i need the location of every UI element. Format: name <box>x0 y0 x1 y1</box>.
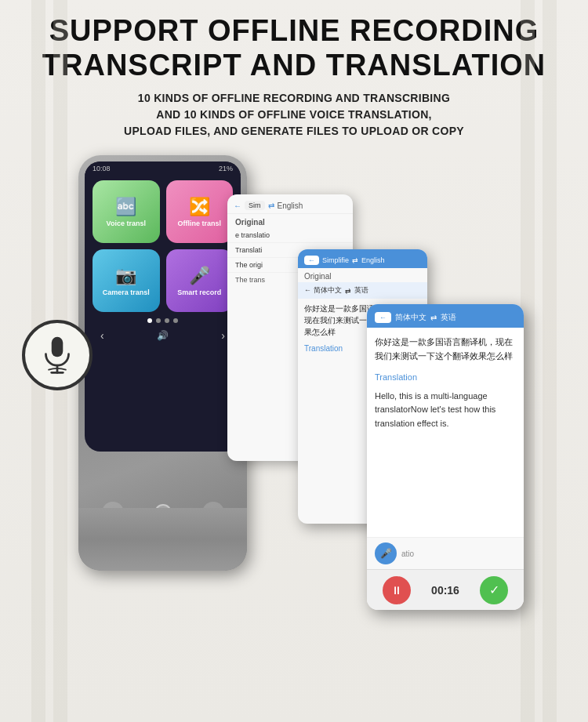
ss2-simplified: Simplifie <box>322 256 349 264</box>
ss3-chinese-text: 你好这是一款多国语言翻译机，现在我们来测试一下这个翻译效果怎么样 <box>367 328 524 369</box>
screenshot-3: ← 简体中文 ⇄ 英语 你好这是一款多国语言翻译机，现在我们来测试一下这个翻译效… <box>367 304 524 610</box>
screen-nav: ‹ 🔊 › <box>85 326 241 345</box>
ss3-atio: atio <box>401 550 414 558</box>
ss2-lang-arrow: ⇄ <box>345 287 351 295</box>
smart-icon: 🎤 <box>189 266 210 286</box>
nav-speaker[interactable]: 🔊 <box>157 330 169 341</box>
mic-circle <box>22 320 93 390</box>
dot-2 <box>156 318 161 323</box>
ss2-back: ← <box>304 256 319 265</box>
main-title: SUPPORT OFFLINE RECORDING TRANSCRIPT AND… <box>24 14 564 82</box>
status-bar: 10:08 21% <box>85 161 241 176</box>
page-dots <box>85 318 241 323</box>
ss2-lang-to: 英语 <box>354 285 368 296</box>
ss3-footer: ⏸ 00:16 ✓ <box>367 569 524 610</box>
content-area: 10:08 21% 🔤 Voice transl 🔀 Offline trans… <box>0 147 588 641</box>
ss1-direction-arrow: ⇄ <box>268 201 274 210</box>
page-wrapper: SUPPORT OFFLINE RECORDING TRANSCRIPT AND… <box>0 0 588 722</box>
ss3-arrow: ⇄ <box>430 314 437 322</box>
dot-1 <box>147 318 152 323</box>
time-display: 10:08 <box>93 165 111 172</box>
dot-3 <box>165 318 169 323</box>
ss3-pause-button[interactable]: ⏸ <box>383 576 411 604</box>
camera-label: Camera transl <box>103 288 150 296</box>
sub-title: 10 KINDS OF OFFLINE RECORDING AND TRANSC… <box>24 90 564 140</box>
ss3-back: ← <box>375 312 391 323</box>
device-screen: 10:08 21% 🔤 Voice transl 🔀 Offline trans… <box>85 161 241 452</box>
device-wrapper: 10:08 21% 🔤 Voice transl 🔀 Offline trans… <box>78 155 247 571</box>
offline-icon: 🔀 <box>189 197 210 217</box>
ss3-simplified: 简体中文 <box>395 312 426 323</box>
battery-display: 21% <box>219 165 233 172</box>
ss1-lang-to: English <box>278 201 303 210</box>
ss3-confirm-button[interactable]: ✓ <box>480 576 508 604</box>
ss3-english-lang: 英语 <box>441 312 456 323</box>
ss2-arrow: ⇄ <box>352 256 358 264</box>
ss3-mic-button[interactable]: 🎤 <box>375 542 397 564</box>
offline-label: Offline transl <box>177 220 221 227</box>
ss1-header: ← Sim ⇄ English <box>227 194 353 214</box>
svg-rect-0 <box>52 337 64 357</box>
device-body: 10:08 21% 🔤 Voice transl 🔀 Offline trans… <box>78 155 247 571</box>
app-grid: 🔤 Voice transl 🔀 Offline transl 📷 Camera… <box>85 176 241 315</box>
ss1-translation-row: e translatio <box>227 228 353 243</box>
ss3-translation-label: Translation <box>367 370 524 386</box>
ss2-original-label: Original <box>298 268 427 282</box>
microphone-icon <box>40 336 74 375</box>
ss2-header: ← Simplifie ⇄ English <box>298 249 427 268</box>
header-section: SUPPORT OFFLINE RECORDING TRANSCRIPT AND… <box>0 0 588 147</box>
dot-4 <box>173 318 178 323</box>
ss3-mic-area: 🎤 atio <box>367 537 524 569</box>
app-smart-record[interactable]: 🎤 Smart record <box>166 249 234 312</box>
device-bottom-grip <box>78 508 247 571</box>
ss1-lang-from: Sim <box>245 201 265 210</box>
ss1-back-arrow: ← <box>234 201 241 210</box>
nav-next[interactable]: › <box>221 329 225 342</box>
smart-label: Smart record <box>177 288 221 296</box>
ss2-lang-row: ← 简体中文 ⇄ 英语 <box>298 282 427 299</box>
voice-icon: 🔤 <box>115 197 136 217</box>
ss3-timer: 00:16 <box>431 584 459 597</box>
ss2-lang-from: ← 简体中文 <box>304 285 342 296</box>
ss3-header: ← 简体中文 ⇄ 英语 <box>367 304 524 328</box>
ss1-original-label: Original <box>227 214 353 228</box>
app-camera-transl[interactable]: 📷 Camera transl <box>93 249 160 312</box>
ss3-english-text: Hello, this is a multi-language translat… <box>367 386 524 435</box>
ss2-english: English <box>361 256 385 264</box>
app-voice-transl[interactable]: 🔤 Voice transl <box>93 180 160 243</box>
voice-label: Voice transl <box>107 220 146 227</box>
nav-prev[interactable]: ‹ <box>100 329 104 342</box>
app-offline-transl[interactable]: 🔀 Offline transl <box>166 180 234 243</box>
camera-icon: 📷 <box>115 266 136 286</box>
